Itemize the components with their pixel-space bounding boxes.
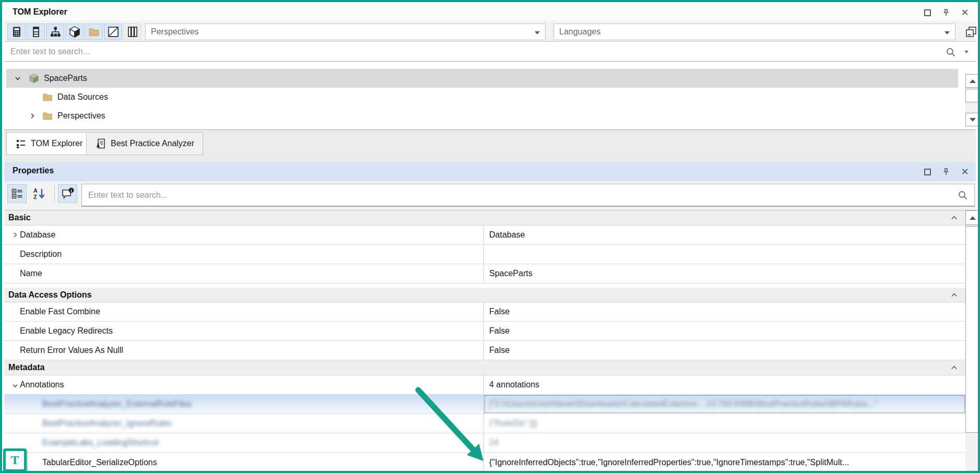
scroll-down-button[interactable] xyxy=(965,113,980,126)
section-header-metadata[interactable]: Metadata xyxy=(4,360,965,375)
properties-search-box xyxy=(81,184,975,207)
chevron-down-icon xyxy=(535,31,540,34)
folders-icon xyxy=(88,26,100,38)
property-value[interactable]: {"IgnoreInferredObjects":true,"IgnoreInf… xyxy=(484,453,965,472)
tree-scrollbar[interactable] xyxy=(965,74,980,126)
tree-item-data-sources[interactable]: Data Sources xyxy=(6,88,958,107)
section-header-basic[interactable]: Basic xyxy=(4,210,965,226)
property-row-name[interactable]: Name SpaceParts xyxy=(4,264,965,283)
property-name: Description xyxy=(4,250,62,259)
comment-info-icon: i xyxy=(61,187,75,200)
categorized-view-button[interactable] xyxy=(7,184,27,203)
property-row-description[interactable]: Description xyxy=(4,245,965,264)
logo-letter: T xyxy=(6,451,24,469)
show-hierarchies-button[interactable] xyxy=(46,23,64,40)
tree-item-spaceparts[interactable]: SpaceParts xyxy=(6,69,958,88)
property-value[interactable]: False xyxy=(484,302,965,321)
property-row-return-error-values[interactable]: Return Error Values As Nulll False xyxy=(4,341,965,360)
perspectives-combobox[interactable]: Perspectives xyxy=(145,23,546,40)
property-value[interactable]: Database xyxy=(484,226,965,244)
properties-titlebar: Properties ✕ xyxy=(4,162,976,181)
tab-best-practice-analyzer[interactable]: Best Practice Analyzer xyxy=(86,132,203,155)
show-description-button[interactable]: i xyxy=(58,184,77,203)
annotation-value-redacted[interactable]: 24 xyxy=(489,438,499,447)
property-value[interactable]: False xyxy=(484,341,965,360)
annotation-value-redacted[interactable]: {"RuleIDs":[]} xyxy=(489,419,537,428)
close-icon[interactable]: ✕ xyxy=(959,166,971,178)
measures-icon xyxy=(10,26,23,38)
explorer-search-input[interactable] xyxy=(4,42,976,61)
section-title: Metadata xyxy=(8,363,44,372)
tabular-editor-logo: T xyxy=(3,448,27,472)
properties-scrollbar[interactable] xyxy=(965,210,980,473)
languages-combobox-label: Languages xyxy=(559,27,600,37)
scroll-up-button[interactable] xyxy=(965,74,980,88)
scroll-thumb[interactable] xyxy=(965,226,980,433)
scroll-thumb[interactable] xyxy=(965,89,980,102)
property-row-database[interactable]: Database Database xyxy=(4,226,965,245)
annotation-name-redacted: BestPracticeAnalyzer_IgnoreRules xyxy=(4,419,171,428)
tom-explorer-titlebar: TOM Explorer ✕ xyxy=(4,4,976,21)
pin-icon[interactable] xyxy=(940,7,952,18)
property-value[interactable] xyxy=(484,245,965,264)
collapse-chevron-icon[interactable] xyxy=(11,382,19,389)
property-row-enable-legacy-redirects[interactable]: Enable Legacy Redirects False xyxy=(4,322,965,341)
show-partitions-button[interactable] xyxy=(65,23,84,40)
section-gap xyxy=(4,283,965,288)
property-row-serialize-options[interactable]: TabularEditor_SerializeOptions {"IgnoreI… xyxy=(4,453,965,472)
property-value[interactable]: False xyxy=(484,322,965,340)
table-icon xyxy=(30,26,42,38)
close-icon[interactable]: ✕ xyxy=(959,7,971,18)
tab-label: Best Practice Analyzer xyxy=(111,139,194,148)
sort-az-icon: AZ xyxy=(32,187,46,200)
analyzer-document-icon xyxy=(95,138,107,149)
tab-tom-explorer[interactable]: TOM Explorer xyxy=(6,132,91,155)
partition-cube-icon xyxy=(68,26,81,38)
search-icon xyxy=(958,190,968,200)
search-options-dropdown-icon[interactable] xyxy=(964,51,969,53)
property-row-enable-fast-combine[interactable]: Enable Fast Combine False xyxy=(4,302,965,322)
show-measures-button[interactable] xyxy=(7,23,26,40)
annotation-row[interactable]: BestPracticeAnalyzer_IgnoreRules {"RuleI… xyxy=(4,414,965,433)
folder-icon xyxy=(42,110,53,122)
property-grid: Basic Database Database Description Name… xyxy=(4,210,965,472)
tree-item-perspectives[interactable]: Perspectives xyxy=(6,107,958,125)
property-row-annotations[interactable]: Annotations 4 annotations xyxy=(4,375,965,395)
show-tables-button[interactable] xyxy=(27,23,45,40)
languages-combobox[interactable]: Languages xyxy=(553,23,955,40)
annotation-name-redacted: ExampleLabs_LoadingShortcut xyxy=(4,438,158,447)
property-name: Enable Legacy Redirects xyxy=(4,326,113,336)
section-header-data-access-options[interactable]: Data Access Options xyxy=(4,288,965,302)
tree-item-label: Perspectives xyxy=(57,111,105,121)
tree-item-label: Data Sources xyxy=(57,92,108,102)
show-columns-button[interactable] xyxy=(123,23,141,40)
expand-chevron-icon[interactable] xyxy=(11,231,19,239)
annotation-value-redacted[interactable]: ["C:\\Users\\UserName\\Downloads\\Calcul… xyxy=(489,399,878,409)
annotation-row-selected[interactable]: BestPracticeAnalyzer_ExternalRuleFiles [… xyxy=(4,395,965,414)
annotation-row[interactable]: ExampleLabs_LoadingShortcut 24 xyxy=(4,433,965,453)
maximize-icon[interactable] xyxy=(922,7,933,18)
svg-text:A: A xyxy=(33,187,38,194)
model-tree: SpaceParts Data Sources Perspectives xyxy=(4,62,976,129)
window-layout-button[interactable] xyxy=(961,23,980,40)
chevron-right-icon[interactable] xyxy=(28,112,37,120)
property-value[interactable]: 4 annotations xyxy=(484,375,965,394)
chevron-down-icon xyxy=(944,31,950,34)
sort-alphabetical-button[interactable]: AZ xyxy=(29,184,49,203)
property-name: Name xyxy=(4,269,42,278)
svg-text:Z: Z xyxy=(33,194,37,200)
collapse-chevron-icon[interactable] xyxy=(950,291,958,299)
tom-explorer-title: TOM Explorer xyxy=(13,7,67,17)
collapse-chevron-icon[interactable] xyxy=(950,364,958,372)
properties-search-input[interactable] xyxy=(82,184,974,206)
chevron-down-icon[interactable] xyxy=(14,75,22,82)
show-display-folders-button[interactable] xyxy=(104,23,122,40)
maximize-icon[interactable] xyxy=(922,166,933,178)
pin-icon[interactable] xyxy=(940,166,952,178)
show-folders-button[interactable] xyxy=(85,23,103,40)
columns-icon xyxy=(126,26,139,38)
collapse-chevron-icon[interactable] xyxy=(950,214,958,222)
toolbar-separator xyxy=(54,185,55,202)
scroll-up-button[interactable] xyxy=(965,210,980,225)
property-value[interactable]: SpaceParts xyxy=(484,264,965,283)
